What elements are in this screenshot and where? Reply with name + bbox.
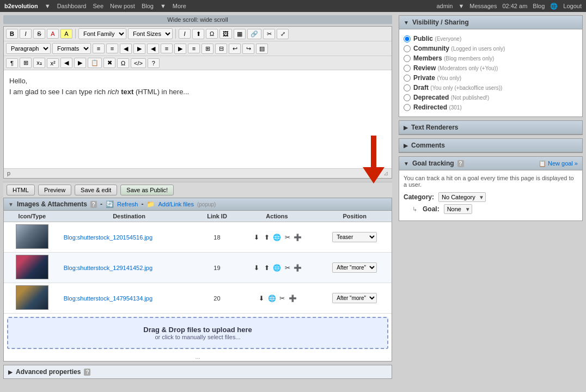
visibility-radio-5[interactable] — [404, 84, 411, 91]
add-icon[interactable]: ➕ — [288, 294, 297, 303]
file-thumbnail[interactable] — [16, 255, 48, 279]
visibility-radio-2[interactable] — [404, 55, 411, 62]
comments-header[interactable]: ▶ Comments — [399, 139, 582, 152]
formats-select[interactable]: Formats — [52, 43, 91, 54]
undo-button[interactable]: ↩ — [229, 44, 241, 54]
nav-new-post[interactable]: New post — [110, 3, 135, 9]
redo-button[interactable]: ↪ — [242, 44, 254, 54]
logout-link[interactable]: Logout — [563, 3, 582, 9]
visibility-toggle[interactable]: ▼ — [404, 20, 409, 26]
font-bg-button[interactable]: A — [60, 29, 72, 39]
font-size-select[interactable]: Font Sizes — [128, 28, 173, 39]
align-center-button[interactable]: ≡ — [161, 44, 173, 53]
goal-select[interactable]: None — [444, 204, 472, 214]
add-icon[interactable]: ➕ — [294, 233, 302, 242]
admin-user[interactable]: admin — [436, 3, 453, 9]
visibility-radio-0[interactable] — [404, 35, 411, 42]
nav-more[interactable]: More — [173, 3, 186, 9]
preview-button[interactable]: Preview — [38, 185, 71, 195]
add-link-files[interactable]: Add/Link files — [158, 201, 193, 207]
visibility-radio-7[interactable] — [404, 104, 411, 111]
copy-format-button[interactable]: 📋 — [88, 58, 102, 68]
global-icon[interactable]: 🌐 — [273, 264, 282, 272]
position-select[interactable]: TeaserAfter "more"InlineSidebar — [332, 262, 377, 273]
move-up-icon[interactable]: ⬆ — [263, 233, 271, 242]
fullscreen-button[interactable]: ⤢ — [277, 29, 289, 39]
italic-button[interactable]: I — [20, 29, 32, 39]
indent-less-button[interactable]: ◀ — [120, 44, 132, 54]
paragraph-select[interactable]: Paragraph — [6, 43, 51, 54]
brand-logo[interactable]: b2evolution — [4, 3, 38, 9]
scissors-icon[interactable]: ✂ — [283, 233, 292, 242]
code-button[interactable]: </> — [131, 58, 146, 68]
indent-more-button[interactable]: ▶ — [133, 44, 145, 54]
nav-dashboard[interactable]: Dashboard — [57, 3, 87, 9]
visibility-radio-4[interactable] — [404, 75, 411, 82]
dropzone[interactable]: Drag & Drop files to upload here or clic… — [7, 317, 388, 349]
strikethrough-button[interactable]: S — [33, 29, 45, 39]
clear-format-button[interactable]: ✖ — [103, 58, 115, 68]
file-destination-link[interactable]: Blog:shutterstock_147954134.jpg — [64, 295, 152, 302]
link-button[interactable]: 🔗 — [247, 29, 261, 39]
text-renderers-toggle[interactable]: ▶ — [404, 125, 408, 131]
file-thumbnail[interactable] — [16, 224, 48, 249]
align-justify-button[interactable]: ≡ — [188, 44, 200, 53]
add-icon[interactable]: ➕ — [294, 264, 302, 272]
new-goal-link[interactable]: 📋 New goal » — [539, 160, 578, 167]
advanced-header[interactable]: ▶ Advanced properties ? — [4, 365, 392, 378]
font-family-select[interactable]: Font Family — [78, 28, 126, 39]
scissors-icon[interactable]: ✂ — [278, 294, 286, 303]
ltr-button[interactable]: ◀ — [60, 58, 72, 68]
superscript-button[interactable]: x² — [47, 58, 59, 68]
unlink-button[interactable]: ✂ — [263, 29, 275, 39]
goal-tracking-toggle[interactable]: ▼ — [404, 161, 409, 167]
nav-see[interactable]: See — [93, 3, 103, 9]
messages-link[interactable]: Messages — [469, 3, 497, 9]
italic-style-button[interactable]: I — [179, 29, 191, 39]
visibility-header[interactable]: ▼ Visibility / Sharing — [399, 16, 582, 29]
position-select[interactable]: TeaserAfter "more"InlineSidebar — [332, 232, 377, 242]
ordered-list-button[interactable]: ≡ — [106, 44, 118, 53]
help-button[interactable]: ? — [148, 58, 160, 68]
advanced-toggle[interactable]: ▶ — [8, 369, 13, 375]
visibility-radio-1[interactable] — [404, 45, 411, 52]
file-destination-link[interactable]: Blog:shutterstock_129141452.jpg — [64, 265, 152, 271]
editor-content-area[interactable]: Hello, I am glad to see I can type rich … — [4, 70, 392, 168]
special2-button[interactable]: Ω — [117, 58, 129, 68]
comments-toggle[interactable]: ▶ — [404, 143, 408, 149]
table-button[interactable]: ▦ — [234, 29, 246, 39]
special-chars-button[interactable]: Ω — [206, 29, 218, 39]
table-delete-button[interactable]: ⊟ — [215, 44, 227, 54]
global-icon[interactable]: 🌐 — [273, 233, 282, 242]
subscript-button[interactable]: x₂ — [33, 58, 45, 68]
align-left-button[interactable]: ◀ — [147, 44, 159, 54]
image-button[interactable]: 🖼 — [219, 29, 232, 39]
refresh-link[interactable]: Refresh — [117, 201, 138, 207]
table3-button[interactable]: ⊞ — [20, 58, 32, 68]
blog-link[interactable]: Blog — [533, 3, 545, 9]
move-down-icon[interactable]: ⬇ — [252, 233, 261, 242]
file-destination-link[interactable]: Blog:shutterstock_120154516.jpg — [64, 234, 152, 241]
save-edit-button[interactable]: Save & edit — [75, 185, 117, 195]
visibility-radio-3[interactable] — [404, 65, 411, 72]
move-down-icon[interactable]: ⬇ — [252, 264, 261, 272]
resize-handle[interactable]: ⊿ — [383, 170, 388, 177]
global-icon[interactable]: 🌐 — [267, 294, 276, 303]
rtl-button[interactable]: ▶ — [74, 58, 86, 68]
text-renderers-header[interactable]: ▶ Text Renderers — [399, 121, 582, 134]
unordered-list-button[interactable]: ≡ — [93, 44, 105, 53]
paragraph-mark-button[interactable]: ¶ — [6, 58, 18, 68]
category-select[interactable]: No Category — [438, 192, 486, 202]
table-insert-button[interactable]: ⊞ — [202, 44, 213, 54]
position-select[interactable]: TeaserAfter "more"InlineSidebar — [332, 293, 377, 303]
nav-blog[interactable]: Blog — [142, 3, 154, 9]
move-up-icon[interactable]: ⬆ — [263, 264, 271, 272]
blocks-button[interactable]: ▤ — [256, 44, 268, 54]
save-public-button[interactable]: Save as Public! — [120, 185, 174, 195]
visibility-radio-6[interactable] — [404, 94, 411, 101]
upload-button[interactable]: ⬆ — [192, 29, 204, 39]
font-color-button[interactable]: A — [47, 29, 59, 39]
file-thumbnail[interactable] — [16, 285, 48, 310]
scissors-icon[interactable]: ✂ — [283, 264, 292, 272]
html-button[interactable]: HTML — [7, 185, 35, 195]
